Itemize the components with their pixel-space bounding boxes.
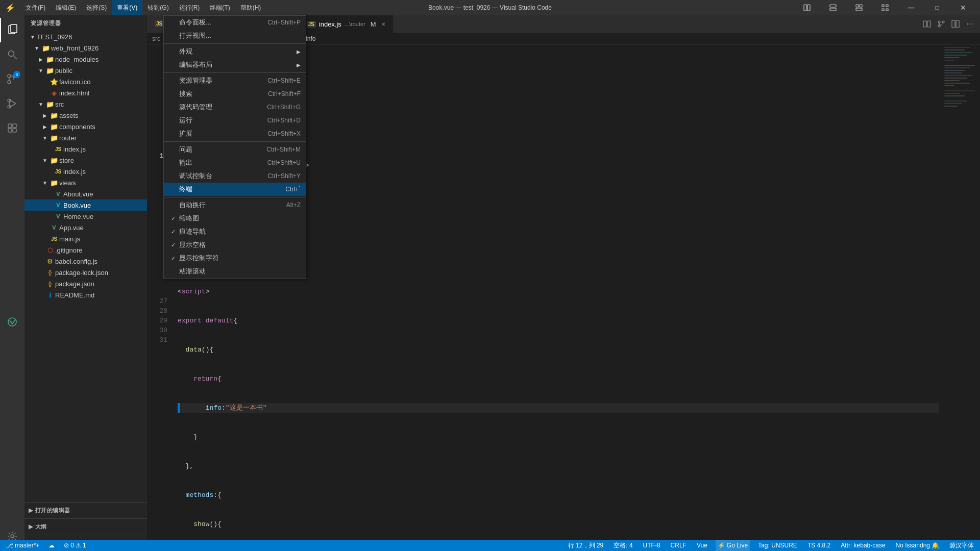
tree-item-store-index[interactable]: JS index.js	[24, 166, 147, 177]
tree-item-views[interactable]: ▼ 📁 views	[24, 177, 147, 188]
menu-extensions-view[interactable]: 扩展 Ctrl+Shift+X	[164, 127, 306, 140]
menu-edit[interactable]: 编辑(E)	[51, 0, 81, 15]
tree-item-test_0926[interactable]: ▼ TEST_0926	[24, 31, 147, 42]
menu-search[interactable]: 搜索 Ctrl+Shift+F	[164, 87, 306, 101]
status-notifications[interactable]: No Issandng 🔔	[894, 540, 941, 551]
maximize-button[interactable]: □	[925, 0, 949, 15]
menu-problems[interactable]: 问题 Ctrl+Shift+M	[164, 143, 306, 156]
folder-icon: 📁	[45, 101, 55, 108]
tree-item-store[interactable]: ▼ 📁 store	[24, 155, 147, 166]
folder-icon: 📁	[49, 123, 59, 131]
tree-item-web_front[interactable]: ▼ 📁 web_front_0926	[24, 42, 147, 54]
tree-item-package-lock[interactable]: {} package-lock.json	[24, 267, 147, 278]
tree-item-node_modules[interactable]: ▶ 📁 node_modules	[24, 54, 147, 65]
tree-item-gitignore[interactable]: ⬡ .gitignore	[24, 244, 147, 256]
menu-show-whitespace[interactable]: ✓ 显示空格	[164, 238, 306, 252]
menu-debug-console[interactable]: 调试控制台 Ctrl+Shift+Y	[164, 169, 306, 183]
check-icon: ✓	[169, 215, 177, 222]
svg-rect-58	[944, 101, 967, 102]
status-go-live[interactable]: ⚡ Go Live	[716, 540, 750, 551]
layout-icon-3[interactable]	[847, 0, 871, 15]
menu-output[interactable]: 输出 Ctrl+Shift+U	[164, 156, 306, 169]
status-spaces[interactable]: 空格: 4	[611, 540, 634, 551]
menu-sticky-scroll[interactable]: 粘滞滚动	[164, 265, 306, 278]
activity-vue[interactable]	[0, 310, 24, 334]
status-ts[interactable]: TS 4.8.2	[805, 540, 832, 551]
tree-item-public[interactable]: ▼ 📁 public	[24, 65, 147, 76]
tab-close-icon[interactable]: ✕	[381, 21, 385, 27]
editor-layout-icon[interactable]	[949, 18, 962, 30]
tree-item-components[interactable]: ▶ 📁 components	[24, 121, 147, 132]
status-tag[interactable]: Tag: UNSURE	[756, 540, 799, 551]
menu-command-palette[interactable]: 命令面板... Ctrl+Shift+P	[164, 16, 306, 29]
tree-item-about-vue[interactable]: V About.vue	[24, 188, 147, 199]
menu-divider	[164, 72, 306, 73]
layout-icon-1[interactable]	[795, 0, 819, 15]
svg-rect-59	[944, 103, 962, 104]
menu-show-control-chars[interactable]: ✓ 显示控制字符	[164, 252, 306, 265]
breadcrumb-info[interactable]: info	[306, 35, 315, 42]
tree-item-app-vue[interactable]: V App.vue	[24, 222, 147, 233]
status-position[interactable]: 行 12，列 29	[566, 540, 605, 551]
close-button[interactable]: ✕	[951, 0, 975, 15]
tree-label: node_modules	[55, 56, 99, 63]
tree-item-assets[interactable]: ▶ 📁 assets	[24, 110, 147, 121]
status-errors[interactable]: ⊘ 0 ⚠ 1	[62, 540, 88, 551]
tree-item-router[interactable]: ▼ 📁 router	[24, 132, 147, 143]
activity-run[interactable]	[0, 91, 24, 116]
menu-run[interactable]: 运行(R)	[174, 0, 205, 15]
menu-goto[interactable]: 转到(G)	[142, 0, 174, 15]
tree-item-home-vue[interactable]: V Home.vue	[24, 211, 147, 222]
tab-index-router[interactable]: JS index.js ...\router M ✕	[299, 15, 394, 33]
tree-item-package-json[interactable]: {} package.json	[24, 278, 147, 289]
status-cloud[interactable]: ☁	[46, 540, 57, 551]
status-encoding[interactable]: UTF-8	[641, 540, 663, 551]
tree-item-book-vue[interactable]: V Book.vue	[24, 199, 147, 211]
minimize-button[interactable]: ─	[899, 0, 923, 15]
menu-word-wrap[interactable]: 自动换行 Alt+Z	[164, 198, 306, 212]
tree-item-babel[interactable]: ⚙ babel.config.js	[24, 256, 147, 267]
menu-view[interactable]: 查看(V)	[112, 0, 142, 15]
menu-source-control[interactable]: 源代码管理 Ctrl+Shift+G	[164, 101, 306, 114]
menu-terminal[interactable]: 终端 Ctrl+`	[164, 183, 306, 196]
section-arrow-icon: ▶	[29, 507, 33, 514]
menu-terminal[interactable]: 终端(T)	[205, 0, 235, 15]
menu-label: 输出	[179, 158, 267, 167]
menu-breadcrumb[interactable]: ✓ 痕迹导航	[164, 225, 306, 238]
tree-item-src[interactable]: ▼ 📁 src	[24, 98, 147, 110]
menu-minimap[interactable]: ✓ 缩略图	[164, 212, 306, 225]
svg-point-28	[11, 535, 14, 538]
breadcrumb-src[interactable]: src	[152, 35, 160, 42]
menu-help[interactable]: 帮助(H)	[235, 0, 266, 15]
tree-item-favicon[interactable]: ⭐ favicon.ico	[24, 76, 147, 87]
status-language[interactable]: Vue	[695, 540, 709, 551]
menu-explorer[interactable]: 资源管理器 Ctrl+Shift+E	[164, 74, 306, 87]
menu-run-view[interactable]: 运行 Ctrl+Shift+D	[164, 114, 306, 127]
activity-search[interactable]	[0, 42, 24, 67]
status-attr[interactable]: Attr: kebab-case	[839, 540, 887, 551]
menu-open-view[interactable]: 打开视图...	[164, 29, 306, 42]
menu-editor-layout[interactable]: 编辑器布局 ▶	[164, 58, 306, 71]
tree-item-router-index[interactable]: JS index.js	[24, 143, 147, 155]
section-header-open-editors[interactable]: ▶ 打开的编辑器	[24, 505, 147, 516]
customize-layout[interactable]	[873, 0, 897, 15]
activity-extensions[interactable]	[0, 116, 24, 140]
status-branch[interactable]: ⎇ master*+	[4, 540, 41, 551]
layout-icon-2[interactable]	[821, 0, 845, 15]
section-header-outline[interactable]: ▶ 大纲	[24, 521, 147, 533]
tree-item-readme[interactable]: ℹ README.md	[24, 289, 147, 300]
status-font[interactable]: 源汉字体	[947, 540, 976, 551]
tree-item-index-html[interactable]: ◈ index.html	[24, 87, 147, 98]
status-eol[interactable]: CRLF	[669, 540, 689, 551]
more-actions-icon[interactable]: ···	[964, 18, 976, 30]
menu-appearance[interactable]: 外观 ▶	[164, 45, 306, 58]
split-editor-icon[interactable]	[921, 18, 933, 30]
tree-item-main-js[interactable]: JS main.js	[24, 233, 147, 244]
activity-explorer[interactable]	[0, 18, 24, 42]
menu-select[interactable]: 选择(S)	[81, 0, 112, 15]
branch-icon[interactable]	[935, 18, 947, 30]
menu-file[interactable]: 文件(F)	[20, 0, 51, 15]
activity-source-control[interactable]: 5	[0, 67, 24, 91]
svg-rect-8	[886, 5, 888, 7]
svg-rect-23	[8, 124, 12, 128]
